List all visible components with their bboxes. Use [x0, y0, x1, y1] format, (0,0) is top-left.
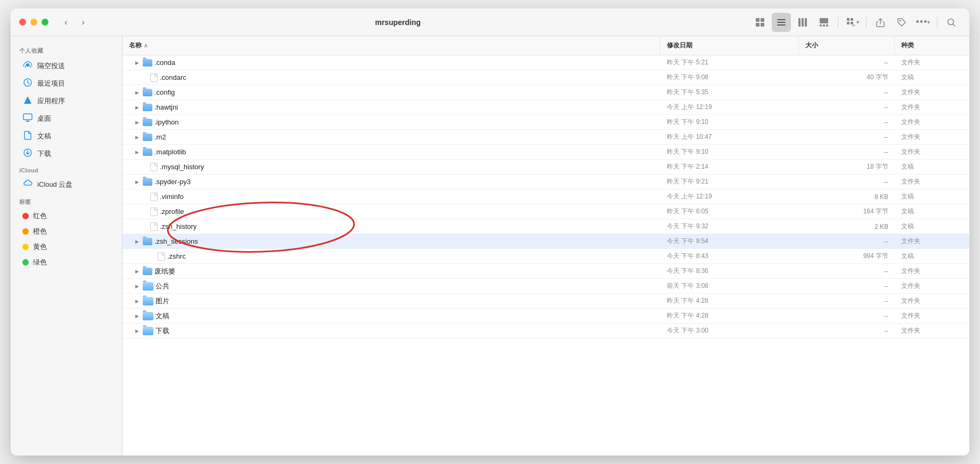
sidebar-item-tag-orange[interactable]: 橙色 — [14, 224, 119, 239]
col-header-size[interactable]: 大小 — [799, 36, 895, 55]
expand-arrow[interactable]: ▶ — [133, 268, 141, 275]
svg-rect-13 — [826, 24, 828, 27]
modified-cell: 昨天 上午 10:47 — [660, 132, 799, 142]
file-row[interactable]: ▶ .ipython 昨天 下午 9:10 -- 文件夹 — [123, 115, 969, 130]
sidebar-item-recents[interactable]: 最近项目 — [14, 75, 119, 92]
file-row[interactable]: ▶ 公共 前天 下午 3:08 -- 文件夹 — [123, 279, 969, 294]
tag-green-dot — [22, 259, 29, 266]
close-button[interactable] — [19, 19, 26, 26]
tag-button[interactable] — [892, 13, 911, 32]
file-icon — [150, 163, 158, 171]
modified-cell: 昨天 下午 9:10 — [660, 118, 799, 127]
expand-arrow[interactable]: ▶ — [133, 283, 141, 290]
file-name: .zsh_history — [160, 222, 197, 230]
file-name: 公共 — [156, 281, 169, 291]
expand-arrow[interactable]: ▶ — [133, 178, 141, 186]
file-row[interactable]: ▶ .zsh_history 今天 下午 9:32 2 KB 文稿 — [123, 219, 969, 234]
file-row[interactable]: ▶ 下载 今天 下午 3:00 -- 文件夹 — [123, 324, 969, 338]
sidebar-item-tag-yellow[interactable]: 黄色 — [14, 239, 119, 254]
sidebar-item-tag-yellow-label: 黄色 — [33, 242, 47, 252]
col-header-name[interactable]: 名称 ∧ — [123, 36, 660, 55]
list-icon — [776, 17, 787, 28]
size-cell: -- — [799, 268, 895, 275]
file-row[interactable]: ▶ 文稿 昨天 下午 4:28 -- 文件夹 — [123, 309, 969, 324]
toolbar-icons: ▾ ••• ▾ — [750, 13, 961, 32]
folder-icon — [143, 134, 152, 141]
folder-icon — [143, 119, 152, 126]
dropdown-arrow: ▾ — [856, 19, 859, 25]
sidebar-item-airdrop[interactable]: 隔空投送 — [14, 57, 119, 74]
search-button[interactable] — [942, 13, 961, 32]
sidebar-item-tag-orange-label: 橙色 — [33, 227, 47, 236]
file-row[interactable]: ▶ .condarc 昨天 下午 9:08 40 字节 文稿 — [123, 70, 969, 85]
sidebar-item-downloads[interactable]: 下载 — [14, 145, 119, 162]
apps-icon — [22, 95, 33, 107]
kind-cell: 文件夹 — [895, 177, 969, 186]
kind-cell: 文件夹 — [895, 103, 969, 112]
minimize-button[interactable] — [30, 19, 37, 26]
more-button[interactable]: ••• ▾ — [913, 13, 933, 32]
file-row[interactable]: ▶ .mysql_history 昨天 下午 2:14 18 字节 文稿 — [123, 160, 969, 175]
expand-arrow[interactable]: ▶ — [133, 148, 141, 156]
sidebar-item-documents[interactable]: 文稿 — [14, 128, 119, 145]
file-name: .spyder-py3 — [154, 178, 191, 186]
folder-icon — [143, 104, 152, 111]
expand-arrow[interactable]: ▶ — [133, 297, 141, 305]
file-name: 废纸篓 — [154, 267, 175, 276]
svg-rect-4 — [777, 19, 786, 20]
file-row[interactable]: ▶ .m2 昨天 上午 10:47 -- 文件夹 — [123, 130, 969, 145]
tag-icon — [896, 17, 907, 28]
sidebar-item-icloud[interactable]: iCloud 云盘 — [14, 176, 119, 193]
kind-cell: 文稿 — [895, 73, 969, 82]
file-browser-content: 名称 ∧ 修改日期 大小 种类 — [123, 36, 969, 455]
col-header-kind[interactable]: 种类 — [895, 36, 969, 55]
kind-cell: 文稿 — [895, 162, 969, 171]
svg-rect-21 — [23, 114, 32, 120]
file-row-zsh-sessions[interactable]: ▶ .zsh_sessions 今天 下午 9:54 -- 文件夹 — [123, 234, 969, 249]
expand-arrow[interactable]: ▶ — [133, 312, 141, 320]
file-name: .viminfo — [160, 193, 184, 201]
file-row[interactable]: ▶ 废纸篓 今天 下午 8:36 -- 文件夹 — [123, 264, 969, 279]
col-header-modified[interactable]: 修改日期 — [660, 36, 799, 55]
apps-dropdown-button[interactable]: ▾ — [843, 13, 862, 32]
svg-rect-5 — [777, 22, 786, 23]
divider-3 — [937, 17, 937, 28]
size-cell: 18 字节 — [799, 162, 895, 171]
view-columns-button[interactable] — [793, 13, 812, 32]
sidebar-item-tag-red[interactable]: 红色 — [14, 209, 119, 223]
finder-window: ‹ › mrsuperding — [11, 9, 969, 455]
file-row[interactable]: ▶ .conda 昨天 下午 5:21 -- 文件夹 — [123, 55, 969, 70]
expand-arrow[interactable]: ▶ — [133, 89, 141, 96]
view-grid-button[interactable] — [750, 13, 770, 32]
expand-arrow[interactable]: ▶ — [133, 327, 141, 335]
view-list-button[interactable] — [772, 13, 791, 32]
expand-arrow[interactable]: ▶ — [133, 119, 141, 126]
modified-cell: 前天 下午 3:08 — [660, 281, 799, 291]
file-row[interactable]: ▶ .zprofile 昨天 下午 6:05 164 字节 文稿 — [123, 204, 969, 219]
svg-rect-3 — [761, 23, 764, 27]
folder-icon — [143, 148, 152, 156]
sort-arrow: ∧ — [144, 43, 148, 48]
sidebar-item-tag-green[interactable]: 绿色 — [14, 255, 119, 270]
kind-cell: 文件夹 — [895, 326, 969, 335]
file-row[interactable]: ▶ .viminfo 今天 上午 12:19 8 KB 文稿 — [123, 189, 969, 204]
modified-cell: 昨天 下午 2:14 — [660, 162, 799, 171]
file-row[interactable]: ▶ .spyder-py3 昨天 下午 9:21 -- 文件夹 — [123, 175, 969, 189]
expand-arrow[interactable]: ▶ — [133, 134, 141, 141]
expand-arrow[interactable]: ▶ — [133, 238, 141, 245]
view-gallery-button[interactable] — [814, 13, 834, 32]
file-name: 文稿 — [156, 311, 169, 321]
sidebar-item-desktop[interactable]: 桌面 — [14, 110, 119, 127]
svg-rect-8 — [802, 18, 804, 27]
share-button[interactable] — [871, 13, 890, 32]
file-row[interactable]: ▶ .matplotlib 昨天 下午 9:10 -- 文件夹 — [123, 145, 969, 160]
expand-arrow[interactable]: ▶ — [133, 59, 141, 67]
sidebar-item-apps[interactable]: 应用程序 — [14, 93, 119, 110]
file-row[interactable]: ▶ 图片 昨天 下午 4:28 -- 文件夹 — [123, 294, 969, 309]
svg-rect-2 — [756, 23, 760, 27]
file-row[interactable]: ▶ .hawtjni 今天 上午 12:19 -- 文件夹 — [123, 100, 969, 115]
expand-arrow[interactable]: ▶ — [133, 104, 141, 111]
file-row-zshrc[interactable]: ▶ .zshrc 今天 下午 8:43 994 字节 文稿 — [123, 249, 969, 264]
special-folder-icon — [143, 312, 153, 320]
file-row[interactable]: ▶ .config 昨天 下午 5:35 -- 文件夹 — [123, 85, 969, 100]
